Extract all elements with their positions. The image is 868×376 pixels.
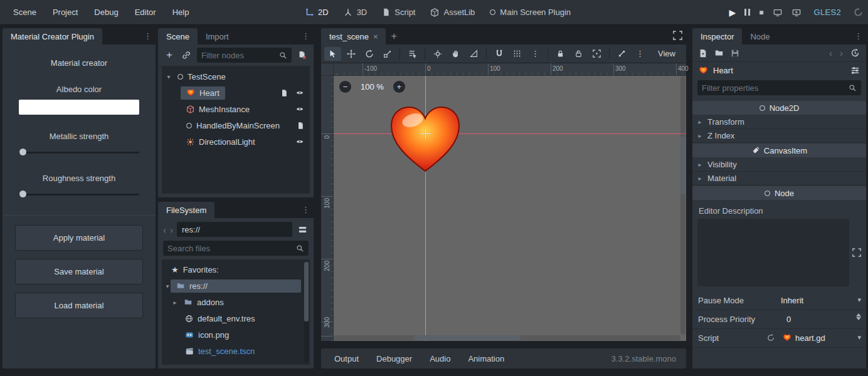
filesystem-scrollbar[interactable] [304,262,309,362]
horizontal-ruler[interactable]: -100 0 100 200 300 400 [334,63,686,76]
pause-mode-dropdown[interactable]: Inherit [781,296,803,305]
vertical-ruler[interactable]: 0 100 200 300 [321,76,334,341]
view-menu-button[interactable]: View [650,49,683,58]
workspace-main-screen-plugin-button[interactable]: Main Screen Plugin [490,8,571,17]
tab-import[interactable]: Import [198,28,237,44]
metallic-strength-slider[interactable] [19,148,139,157]
save-resource-button[interactable] [731,49,739,58]
visibility-eye-icon[interactable] [295,105,304,113]
menu-project[interactable]: Project [45,8,86,17]
workspace-script-button[interactable]: Script [382,8,415,17]
scene-node-heart[interactable]: Heart [162,85,310,101]
dock-options-icon[interactable]: ⋮ [302,31,310,41]
scrollbar-thumb[interactable] [680,137,685,194]
file-test-scene[interactable]: test_scene.tscn [162,343,310,359]
history-back-button[interactable]: ‹ [163,225,166,234]
visibility-eye-icon[interactable] [295,89,304,97]
new-scene-tab-button[interactable]: + [386,28,401,44]
group-object-button[interactable] [588,47,605,61]
chevron-down-icon[interactable]: ▾ [857,296,861,304]
load-material-button[interactable]: Load material [15,293,143,318]
filter-nodes-input[interactable] [201,51,279,60]
tab-material-creator-plugin[interactable]: Material Creator Plugin [3,28,102,44]
group-visibility[interactable]: ▸ Visibility [692,158,866,172]
pan-tool-button[interactable] [447,47,464,61]
menu-scene[interactable]: Scene [5,8,45,17]
skeleton-button[interactable] [613,47,630,61]
apply-material-button[interactable]: Apply material [15,225,143,251]
video-driver-button[interactable]: GLES2 [810,8,845,17]
close-tab-icon[interactable]: × [373,32,378,41]
history-forward-button[interactable]: › [170,225,173,234]
file-addons[interactable]: ▸ addons [162,294,310,310]
slider-knob[interactable] [19,149,26,155]
process-priority-field[interactable]: 0 [786,315,791,324]
add-node-button[interactable]: + [163,49,176,61]
workspace-assetlib-button[interactable]: AssetLib [430,8,475,17]
debugger-button[interactable]: Debugger [368,351,420,367]
attach-script-button[interactable] [296,49,309,61]
play-scene-button[interactable] [773,8,783,17]
collapse-arrow-icon[interactable]: ▾ [166,73,172,80]
workspace-3d-button[interactable]: 3D [344,8,368,17]
rotate-tool-button[interactable] [361,47,378,61]
load-resource-button[interactable] [714,49,724,57]
menu-help[interactable]: Help [164,8,198,17]
audio-button[interactable]: Audio [421,351,458,367]
script-value-dropdown[interactable]: heart.gd [795,333,825,343]
scrollbar-thumb[interactable] [414,335,521,340]
vertical-scrollbar[interactable] [680,76,685,335]
group-transform[interactable]: ▸ Transform [692,115,866,129]
dock-options-icon[interactable]: ⋮ [302,205,310,214]
list-select-tool-button[interactable] [404,47,421,61]
file-icon-png[interactable]: icon.png [162,326,310,343]
history-forward-button[interactable]: › [840,48,843,58]
zoom-out-button[interactable]: − [339,81,351,93]
scene-node-meshinstance[interactable]: MeshInstance [162,101,310,117]
tab-scene[interactable]: Scene [158,28,198,44]
expand-description-icon[interactable] [852,248,861,257]
pivot-tool-button[interactable] [429,47,446,61]
new-resource-button[interactable] [699,49,707,58]
split-mode-toggle-icon[interactable] [296,223,309,236]
snap-options-icon[interactable]: ⋮ [527,47,544,61]
chevron-down-icon[interactable]: ▾ [857,333,861,342]
history-back-button[interactable]: ‹ [829,48,832,58]
move-tool-button[interactable] [342,47,359,61]
group-material[interactable]: ▸ Material [692,172,866,185]
ruler-tool-button[interactable] [465,47,482,61]
tab-inspector[interactable]: Inspector [692,28,742,44]
grid-snap-button[interactable] [509,47,526,61]
scene-node-directionallight[interactable]: DirectionalLight [162,133,310,150]
favorites-row[interactable]: ★ Favorites: [162,261,310,278]
unlock-object-button[interactable] [570,47,587,61]
file-res-root[interactable]: ▾ res:// [162,278,310,294]
play-custom-scene-button[interactable] [791,8,802,17]
tab-filesystem[interactable]: FileSystem [158,202,214,218]
update-spinner-icon[interactable] [854,8,863,17]
file-default-env[interactable]: default_env.tres [162,310,310,326]
roughness-strength-slider[interactable] [19,190,139,199]
editor-description-field[interactable] [697,219,849,286]
reload-script-icon[interactable] [766,333,775,342]
dock-options-icon[interactable]: ⋮ [144,31,152,41]
zoom-level[interactable]: 100 % [361,82,384,91]
stop-button[interactable]: ■ [759,9,763,16]
dock-options-icon[interactable]: ⋮ [854,31,862,41]
filter-properties-input[interactable] [702,83,849,93]
scene-tab-test-scene[interactable]: test_scene × [321,28,386,44]
zoom-in-button[interactable]: + [393,81,405,93]
slider-knob[interactable] [19,191,26,197]
lock-object-button[interactable] [552,47,569,61]
2d-canvas[interactable]: − 100 % + [334,76,686,341]
skeleton-options-icon[interactable]: ⋮ [632,47,648,61]
save-material-button[interactable]: Save material [15,259,143,285]
search-files-input[interactable] [167,244,296,253]
spinner-updown-icon[interactable] [856,313,861,320]
script-attached-icon[interactable] [280,89,288,97]
scale-tool-button[interactable] [379,47,396,61]
menu-debug[interactable]: Debug [86,8,126,17]
scene-node-handledbymainscreen[interactable]: HandledByMainScreen [162,117,310,133]
workspace-2d-button[interactable]: 2D [305,8,329,17]
script-attached-icon[interactable] [297,122,304,130]
